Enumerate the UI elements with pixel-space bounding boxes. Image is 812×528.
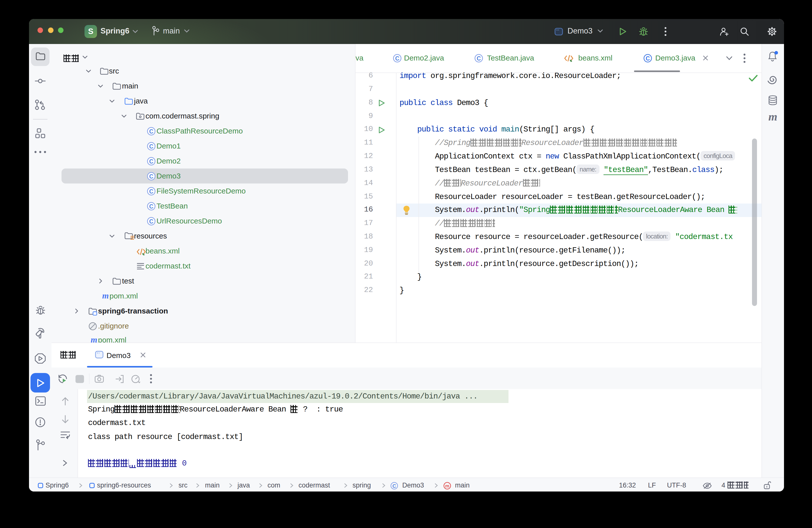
svg-text:C: C <box>149 188 154 194</box>
svg-text:m: m <box>445 483 449 488</box>
svg-text:m: m <box>91 337 97 342</box>
svg-text:C: C <box>149 143 154 149</box>
svg-text:C: C <box>149 128 154 134</box>
svg-text:C: C <box>149 218 154 224</box>
svg-text:m: m <box>102 293 109 299</box>
svg-text:C: C <box>646 55 650 61</box>
svg-text:C: C <box>395 55 400 61</box>
svg-text:C: C <box>149 203 154 209</box>
svg-text:C: C <box>477 55 481 61</box>
svg-text:C: C <box>149 158 154 164</box>
svg-text:C: C <box>149 173 154 179</box>
svg-text:C: C <box>392 483 396 488</box>
